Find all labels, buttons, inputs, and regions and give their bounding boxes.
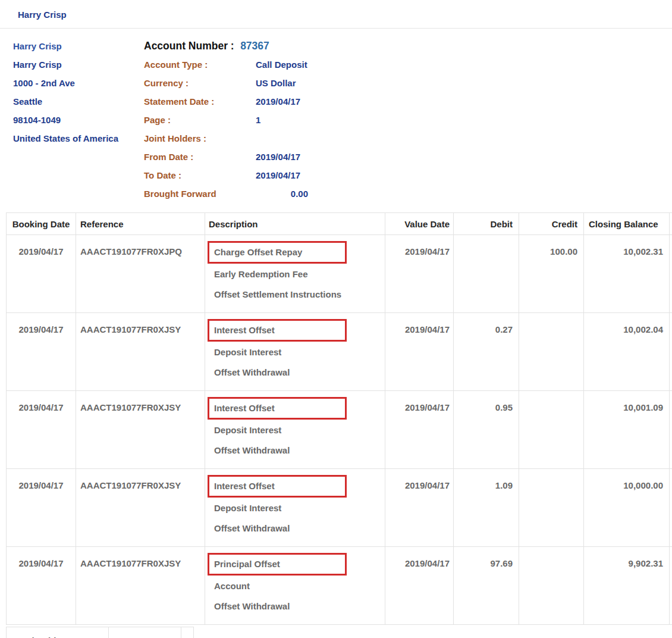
value-date-cell: 2019/04/17 xyxy=(385,391,454,469)
summary-row: Total Debits : -10,200.58 xyxy=(7,627,194,638)
booking-date-cell: 2019/04/17 xyxy=(7,547,76,625)
field-row-currency: Currency :US Dollar xyxy=(144,74,501,92)
customer-address-block: Harry Crisp Harry Crisp 1000 - 2nd Ave S… xyxy=(13,37,144,203)
customer-name: Harry Crisp xyxy=(13,37,144,55)
row-actions-cell xyxy=(670,313,672,391)
field-value-to-date: 2019/04/17 xyxy=(256,170,300,180)
column-header-closing-balance: Closing Balance xyxy=(584,213,670,235)
description-line: Offset Withdrawal xyxy=(214,445,385,456)
column-header-credit: Credit xyxy=(519,213,584,235)
description-cell: Charge Offset Repay Early Redemption Fee… xyxy=(205,235,385,313)
debit-cell xyxy=(454,235,519,313)
customer-name-line2: Harry Crisp xyxy=(13,55,144,74)
closing-balance-cell: 10,001.09 xyxy=(584,391,670,469)
summary-label-total-debits: Total Debits : xyxy=(7,627,109,638)
field-label-statement-date: Statement Date : xyxy=(144,92,256,111)
closing-balance-cell: 10,002.04 xyxy=(584,313,670,391)
description-line: Account xyxy=(214,580,385,592)
booking-date-cell: 2019/04/17 xyxy=(7,235,76,313)
credit-cell xyxy=(519,391,584,469)
transaction-row: 2019/04/17 AAACT191077FR0XJSY Principal … xyxy=(7,547,672,625)
account-details-block: Account Number : 87367 Account Type :Cal… xyxy=(144,37,501,203)
description-cell: Interest Offset Deposit Interest Offset … xyxy=(205,391,385,469)
value-date-cell: 2019/04/17 xyxy=(385,235,454,313)
field-label-from-date: From Date : xyxy=(144,148,256,166)
reference-cell: AAACT191077FR0XJSY xyxy=(76,547,205,625)
description-line: Early Redemption Fee xyxy=(214,268,385,280)
debit-cell: 1.09 xyxy=(454,469,519,547)
row-actions-cell xyxy=(670,547,672,625)
description-highlight-box: Interest Offset xyxy=(208,319,347,342)
summary-value-total-debits: -10,200.58 xyxy=(109,627,181,638)
column-header-booking-date: Booking Date xyxy=(7,213,76,235)
customer-zip: 98104-1049 xyxy=(13,111,144,129)
page-header: Harry Crisp xyxy=(0,0,672,29)
row-actions-cell xyxy=(670,469,672,547)
description-cell: Interest Offset Deposit Interest Offset … xyxy=(205,313,385,391)
debit-cell: 97.69 xyxy=(454,547,519,625)
field-label-page: Page : xyxy=(144,111,256,129)
field-row-joint-holders: Joint Holders : xyxy=(144,129,501,148)
brought-forward-label: Brought Forward xyxy=(144,184,256,203)
row-actions-cell xyxy=(670,391,672,469)
customer-country: United States of America xyxy=(13,129,144,148)
description-line: Offset Withdrawal xyxy=(214,601,385,612)
field-label-joint-holders: Joint Holders : xyxy=(144,129,256,148)
field-label-to-date: To Date : xyxy=(144,166,256,184)
field-value-currency: US Dollar xyxy=(256,78,296,88)
account-number-row: Account Number : 87367 xyxy=(144,37,501,55)
field-value-account-type: Call Deposit xyxy=(256,60,307,70)
description-highlight-box: Interest Offset xyxy=(208,397,347,420)
field-row-account-type: Account Type :Call Deposit xyxy=(144,55,501,74)
field-row-page: Page :1 xyxy=(144,111,501,129)
description-highlight-box: Interest Offset xyxy=(208,475,347,498)
booking-date-cell: 2019/04/17 xyxy=(7,313,76,391)
field-row-statement-date: Statement Date :2019/04/17 xyxy=(144,92,501,111)
statement-info-section: Harry Crisp Harry Crisp 1000 - 2nd Ave S… xyxy=(0,29,672,203)
column-header-actions xyxy=(670,213,672,235)
reference-cell: AAACT191077FR0XJSY xyxy=(76,391,205,469)
field-label-currency: Currency : xyxy=(144,74,256,92)
account-number-value: 87367 xyxy=(240,40,269,52)
credit-cell: 100.00 xyxy=(519,235,584,313)
summary-spacer-cell xyxy=(181,627,194,638)
description-cell: Principal Offset Account Offset Withdraw… xyxy=(205,547,385,625)
column-header-description: Description xyxy=(205,213,385,235)
credit-cell xyxy=(519,469,584,547)
field-row-brought-forward: Brought Forward0.00 xyxy=(144,184,501,203)
transaction-row: 2019/04/17 AAACT191077FR0XJSY Interest O… xyxy=(7,313,672,391)
description-highlight-box: Charge Offset Repay xyxy=(208,241,347,264)
debit-cell: 0.95 xyxy=(454,391,519,469)
description-line: Offset Withdrawal xyxy=(214,523,385,534)
column-header-value-date: Value Date xyxy=(385,213,454,235)
row-actions-cell xyxy=(670,235,672,313)
description-highlight-box: Principal Offset xyxy=(208,553,347,576)
reference-cell: AAACT191077FR0XJPQ xyxy=(76,235,205,313)
credit-cell xyxy=(519,547,584,625)
page-title: Harry Crisp xyxy=(0,0,672,20)
description-cell: Interest Offset Deposit Interest Offset … xyxy=(205,469,385,547)
description-line: Deposit Interest xyxy=(214,502,385,514)
transaction-row: 2019/04/17 AAACT191077FR0XJSY Interest O… xyxy=(7,391,672,469)
account-number-label: Account Number : xyxy=(144,40,234,52)
reference-cell: AAACT191077FR0XJSY xyxy=(76,469,205,547)
field-row-from-date: From Date :2019/04/17 xyxy=(144,148,501,166)
description-line: Deposit Interest xyxy=(214,424,385,436)
reference-cell: AAACT191077FR0XJSY xyxy=(76,313,205,391)
debit-cell: 0.27 xyxy=(454,313,519,391)
description-line: Offset Settlement Instructions xyxy=(214,289,385,301)
description-line: Offset Withdrawal xyxy=(214,367,385,379)
field-value-page: 1 xyxy=(256,115,260,125)
transaction-row: 2019/04/17 AAACT191077FR0XJSY Interest O… xyxy=(7,469,672,547)
closing-balance-cell: 10,000.00 xyxy=(584,469,670,547)
booking-date-cell: 2019/04/17 xyxy=(7,469,76,547)
value-date-cell: 2019/04/17 xyxy=(385,547,454,625)
transaction-row: 2019/04/17 AAACT191077FR0XJPQ Charge Off… xyxy=(7,235,672,313)
description-line: Deposit Interest xyxy=(214,346,385,358)
column-header-debit: Debit xyxy=(454,213,519,235)
field-row-to-date: To Date :2019/04/17 xyxy=(144,166,501,184)
totals-summary-table: Total Debits : -10,200.58 Total Credits … xyxy=(6,627,194,638)
brought-forward-value: 0.00 xyxy=(256,184,308,203)
field-value-from-date: 2019/04/17 xyxy=(256,152,300,162)
transactions-header-row: Booking Date Reference Description Value… xyxy=(7,213,672,235)
